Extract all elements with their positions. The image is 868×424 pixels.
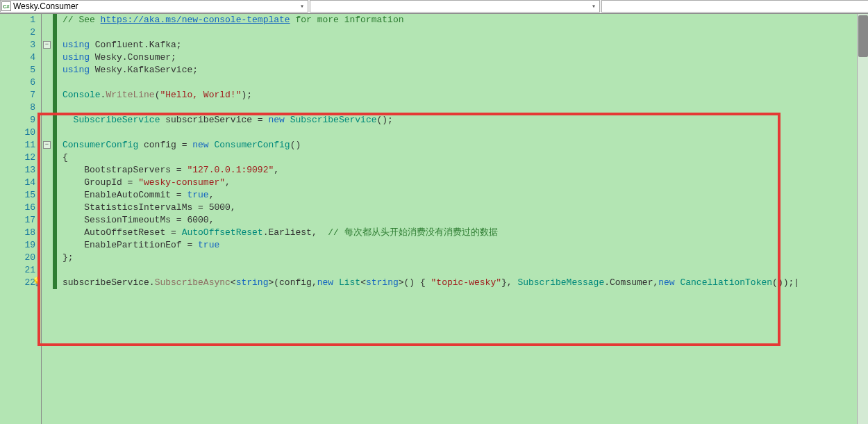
code-line[interactable]: ConsumerConfig config = new ConsumerConf… bbox=[62, 139, 868, 152]
line-number: 20 bbox=[0, 252, 35, 264]
line-number: 6 bbox=[0, 76, 35, 89]
change-indicator bbox=[53, 14, 57, 289]
fold-toggle-icon[interactable]: − bbox=[43, 141, 51, 149]
code-line[interactable]: BootstrapServers = "127.0.0.1:9092", bbox=[62, 164, 868, 177]
function-dropdown[interactable] bbox=[602, 1, 868, 11]
code-line[interactable] bbox=[62, 264, 868, 277]
line-number: 19 bbox=[0, 239, 35, 252]
line-number: 9 bbox=[0, 114, 35, 127]
line-number: 11 bbox=[0, 139, 35, 152]
code-line[interactable]: Console.WriteLine("Hello, World!"); bbox=[62, 89, 868, 101]
code-line[interactable]: using Wesky.KafkaService; bbox=[62, 64, 868, 76]
scrollbar-thumb[interactable] bbox=[858, 15, 868, 57]
code-line[interactable]: using Confluent.Kafka; bbox=[62, 39, 868, 51]
code-line[interactable]: SessionTimeoutMs = 6000, bbox=[62, 214, 868, 227]
code-line[interactable]: GroupId = "wesky-consumer", bbox=[62, 177, 868, 189]
line-number: 14 bbox=[0, 177, 35, 189]
chevron-down-icon[interactable]: ▾ bbox=[297, 2, 308, 10]
code-line[interactable]: SubscribeService subscribeService = new … bbox=[62, 114, 868, 127]
fold-toggle-icon[interactable]: − bbox=[43, 41, 51, 49]
code-line[interactable]: AutoOffsetReset = AutoOffsetReset.Earlie… bbox=[62, 227, 868, 239]
text-cursor: | bbox=[794, 277, 799, 288]
outline-margin: − − 💡 bbox=[42, 14, 58, 424]
member-dropdown-container[interactable]: ▾ bbox=[310, 0, 600, 13]
code-line[interactable]: }; bbox=[62, 252, 868, 264]
code-line[interactable]: EnableAutoCommit = true, bbox=[62, 189, 868, 202]
code-line[interactable]: EnablePartitionEof = true bbox=[62, 239, 868, 252]
line-number: 5 bbox=[0, 64, 35, 76]
chevron-down-icon[interactable]: ▾ bbox=[588, 2, 599, 10]
code-line[interactable]: // See https://aka.ms/new-console-templa… bbox=[62, 14, 868, 26]
code-line[interactable]: StatisticsIntervalMs = 5000, bbox=[62, 202, 868, 214]
vertical-scrollbar[interactable] bbox=[857, 14, 868, 424]
code-line[interactable]: subscribeService.SubscribeAsync<string>(… bbox=[62, 277, 868, 289]
line-number: 17 bbox=[0, 214, 35, 227]
scope-dropdown[interactable] bbox=[12, 1, 297, 11]
line-number: 4 bbox=[0, 51, 35, 64]
code-text-area[interactable]: // See https://aka.ms/new-console-templa… bbox=[58, 14, 868, 424]
code-line[interactable] bbox=[62, 101, 868, 114]
line-number: 2 bbox=[0, 26, 35, 39]
line-number: 7 bbox=[0, 89, 35, 101]
line-number: 10 bbox=[0, 127, 35, 139]
line-number: 18 bbox=[0, 227, 35, 239]
breadcrumb-toolbar: C# ▾ ▾ ▾ bbox=[0, 0, 868, 14]
line-number-gutter: 1 2 3 4 5 6 7 8 9 10 11 12 13 14 15 16 1… bbox=[0, 14, 42, 424]
line-number: 21 bbox=[0, 264, 35, 277]
line-number: 22 bbox=[0, 277, 35, 289]
code-line[interactable]: { bbox=[62, 152, 868, 164]
line-number: 13 bbox=[0, 164, 35, 177]
member-dropdown[interactable] bbox=[310, 1, 588, 11]
line-number: 3 bbox=[0, 39, 35, 51]
line-number: 15 bbox=[0, 189, 35, 202]
line-number: 16 bbox=[0, 202, 35, 214]
csharp-file-icon: C# bbox=[1, 1, 12, 12]
code-editor[interactable]: 1 2 3 4 5 6 7 8 9 10 11 12 13 14 15 16 1… bbox=[0, 14, 868, 424]
scope-dropdown-container[interactable]: C# ▾ bbox=[0, 0, 308, 13]
url-link[interactable]: https://aka.ms/new-console-template bbox=[101, 15, 290, 25]
code-line[interactable] bbox=[62, 76, 868, 89]
code-line[interactable] bbox=[62, 127, 868, 139]
function-dropdown-container[interactable]: ▾ bbox=[601, 0, 868, 13]
code-line[interactable] bbox=[62, 26, 868, 39]
line-number: 1 bbox=[0, 14, 35, 26]
code-line[interactable]: using Wesky.Consumer; bbox=[62, 51, 868, 64]
line-number: 8 bbox=[0, 101, 35, 114]
line-number: 12 bbox=[0, 152, 35, 164]
lightbulb-icon[interactable]: 💡 bbox=[32, 278, 40, 286]
